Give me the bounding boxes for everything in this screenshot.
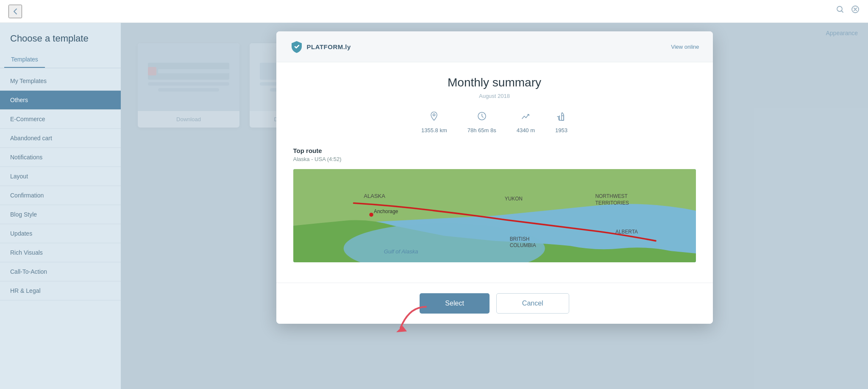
top-route-sub: Alaska - USA (4:52) bbox=[293, 156, 696, 162]
email-title: Monthly summary bbox=[293, 76, 696, 89]
trending-up-icon bbox=[520, 111, 531, 124]
sidebar-items: My Templates Others E-Commerce Abandoned… bbox=[0, 68, 121, 304]
stat-likes-value: 1953 bbox=[555, 127, 568, 133]
svg-rect-5 bbox=[562, 116, 564, 120]
svg-text:Anchorage: Anchorage bbox=[374, 208, 398, 214]
modal-footer: Select Cancel bbox=[276, 283, 713, 324]
modal: PLATFORM.ly View online Monthly summary … bbox=[276, 31, 713, 324]
cancel-button[interactable]: Cancel bbox=[496, 293, 569, 314]
email-stats: 1355.8 km 78h 65m 8s bbox=[293, 111, 696, 133]
svg-text:Gulf of Alaska: Gulf of Alaska bbox=[384, 248, 418, 255]
sidebar-item-blog-style[interactable]: Blog Style bbox=[0, 205, 121, 224]
stat-elevation: 4340 m bbox=[517, 111, 535, 133]
svg-text:NORTHWEST: NORTHWEST bbox=[595, 193, 627, 199]
logo-text: PLATFORM.ly bbox=[307, 43, 351, 50]
location-icon bbox=[429, 111, 439, 124]
view-online-link[interactable]: View online bbox=[671, 44, 699, 50]
email-subtitle: August 2018 bbox=[293, 93, 696, 99]
stat-likes: 1953 bbox=[555, 111, 568, 133]
svg-text:ALASKA: ALASKA bbox=[364, 193, 385, 199]
sidebar-item-rich-visuals[interactable]: Rich Visuals bbox=[0, 243, 121, 262]
sidebar: Choose a template Templates My Templates… bbox=[0, 23, 121, 389]
sidebar-item-hr-legal[interactable]: HR & Legal bbox=[0, 281, 121, 300]
stat-time: 78h 65m 8s bbox=[467, 111, 496, 133]
sidebar-item-call-to-action[interactable]: Call-To-Action bbox=[0, 262, 121, 281]
main-layout: Choose a template Templates My Templates… bbox=[0, 23, 868, 389]
top-route-label: Top route bbox=[293, 147, 696, 154]
page-title: Choose a template bbox=[0, 23, 121, 52]
arrow-indicator bbox=[384, 303, 434, 338]
stat-time-value: 78h 65m 8s bbox=[467, 127, 496, 133]
email-preview: Monthly summary August 2018 bbox=[293, 76, 696, 262]
top-right-icons bbox=[836, 5, 860, 16]
sidebar-item-abandoned-cart[interactable]: Abandoned cart bbox=[0, 129, 121, 148]
thumbs-up-icon bbox=[556, 111, 567, 124]
svg-text:YUKON: YUKON bbox=[504, 196, 522, 202]
sidebar-item-confirmation[interactable]: Confirmation bbox=[0, 186, 121, 205]
svg-text:COLUMBIA: COLUMBIA bbox=[509, 242, 536, 248]
modal-header: PLATFORM.ly View online bbox=[276, 31, 713, 62]
svg-text:TERRITORIES: TERRITORIES bbox=[595, 200, 629, 206]
tab-templates[interactable]: Templates bbox=[4, 52, 45, 68]
stat-distance: 1355.8 km bbox=[421, 111, 447, 133]
map-container: ALASKA YUKON NORTHWEST TERRITORIES ALBER… bbox=[293, 169, 696, 262]
close-icon[interactable] bbox=[851, 5, 860, 16]
svg-point-3 bbox=[433, 114, 435, 116]
modal-logo: PLATFORM.ly bbox=[290, 40, 351, 53]
svg-point-16 bbox=[369, 213, 373, 217]
sidebar-item-ecommerce[interactable]: E-Commerce bbox=[0, 110, 121, 129]
back-button[interactable] bbox=[8, 5, 22, 18]
svg-text:ALBERTA: ALBERTA bbox=[615, 229, 638, 235]
top-bar bbox=[0, 0, 868, 23]
sidebar-tabs: Templates bbox=[0, 52, 121, 68]
sidebar-item-notifications[interactable]: Notifications bbox=[0, 148, 121, 167]
stat-distance-value: 1355.8 km bbox=[421, 127, 447, 133]
clock-icon bbox=[477, 111, 487, 124]
content-area: Appearance Download bbox=[121, 23, 868, 389]
sidebar-item-others[interactable]: Others bbox=[0, 91, 121, 110]
svg-text:BRITISH: BRITISH bbox=[509, 236, 529, 242]
modal-overlay: PLATFORM.ly View online Monthly summary … bbox=[121, 23, 868, 389]
stat-elevation-value: 4340 m bbox=[517, 127, 535, 133]
sidebar-item-updates[interactable]: Updates bbox=[0, 224, 121, 243]
sidebar-item-my-templates[interactable]: My Templates bbox=[0, 72, 121, 91]
modal-content: Monthly summary August 2018 bbox=[276, 62, 713, 283]
sidebar-item-layout[interactable]: Layout bbox=[0, 167, 121, 186]
search-icon[interactable] bbox=[836, 5, 844, 16]
top-route-section: Top route Alaska - USA (4:52) bbox=[293, 147, 696, 262]
